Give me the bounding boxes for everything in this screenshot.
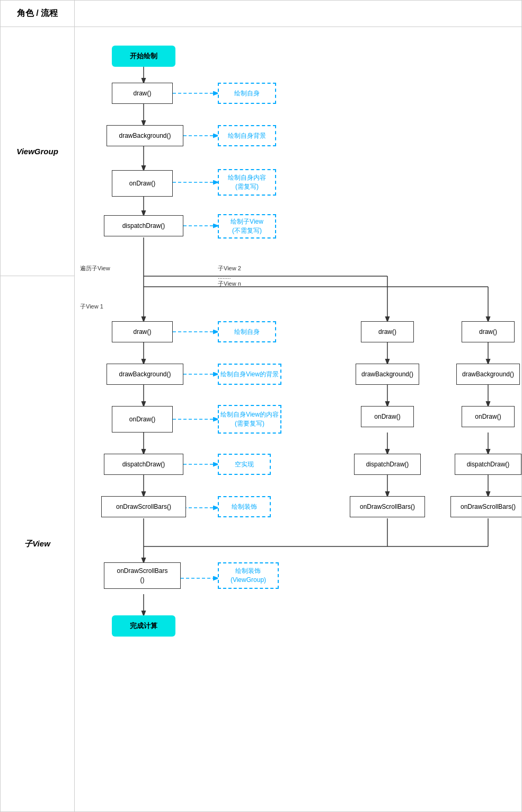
main-content: ViewGroup 子View bbox=[1, 27, 521, 811]
c1-drawbg-note: 绘制自身View的背景 bbox=[218, 364, 281, 385]
c1-drawbg-box: drawBackground() bbox=[107, 364, 183, 385]
c2-dispatchdraw-box: dispatchDraw() bbox=[354, 454, 421, 475]
vg-draw-note: 绘制自身 bbox=[218, 83, 276, 104]
vg-ondraw-box: onDraw() bbox=[112, 170, 173, 197]
child2-label: 子View 2 bbox=[218, 264, 241, 272]
cn-draw-box: draw() bbox=[462, 321, 515, 342]
c2-ondraw-box: onDraw() bbox=[361, 406, 414, 427]
diagram-container: 角色 / 流程 ViewGroup 子View bbox=[0, 0, 522, 812]
c1-ondraw-note: 绘制自身View的内容 (需要复写) bbox=[218, 405, 281, 434]
c2-drawbg-box: drawBackground() bbox=[356, 364, 419, 385]
label-col: ViewGroup 子View bbox=[1, 27, 75, 811]
cn-dispatchdraw-box: dispatchDraw() bbox=[455, 454, 521, 475]
c1-onDrawScrollBars-box: onDrawScrollBars() bbox=[101, 496, 186, 517]
vg-dispatchdraw-note: 绘制子View (不需复写) bbox=[218, 214, 276, 239]
flow-area: 开始绘制 draw() 绘制自身 drawBackground() 绘制自身背景… bbox=[75, 27, 521, 811]
c1-ondraw-box: onDraw() bbox=[112, 406, 173, 433]
c1-draw-box: draw() bbox=[112, 321, 173, 342]
childN-label: ........ 子View n bbox=[218, 273, 241, 288]
child1-label: 子View 1 bbox=[80, 303, 103, 311]
header-row: 角色 / 流程 bbox=[1, 1, 521, 27]
finish-box: 完成计算 bbox=[112, 615, 175, 637]
cn-onDrawScrollBars-box: onDrawScrollBars() bbox=[450, 496, 521, 517]
vg-ondraw-note: 绘制自身内容 (需复写) bbox=[218, 169, 276, 196]
vg-final-scrollbars-note: 绘制装饰 (ViewGroup) bbox=[218, 562, 279, 589]
cn-drawbg-box: drawBackground() bbox=[456, 364, 520, 385]
vg-dispatchdraw-box: dispatchDraw() bbox=[104, 215, 183, 236]
traverse-label: 遍历子View bbox=[80, 264, 110, 272]
vg-drawbg-box: drawBackground() bbox=[107, 125, 183, 146]
c2-onDrawScrollBars-box: onDrawScrollBars() bbox=[350, 496, 425, 517]
header-role-label: 角色 / 流程 bbox=[1, 1, 75, 27]
cn-ondraw-box: onDraw() bbox=[462, 406, 515, 427]
c1-onDrawScrollBars-note: 绘制装饰 bbox=[218, 496, 271, 517]
c1-dispatchdraw-note: 空实现 bbox=[218, 454, 271, 475]
c2-draw-box: draw() bbox=[361, 321, 414, 342]
vg-final-scrollbars-box: onDrawScrollBars () bbox=[104, 562, 181, 589]
viewgroup-label: ViewGroup bbox=[1, 27, 74, 276]
start-box: 开始绘制 bbox=[112, 46, 175, 67]
childview-label: 子View bbox=[1, 276, 74, 811]
c1-dispatchdraw-box: dispatchDraw() bbox=[104, 454, 183, 475]
c1-draw-note: 绘制自身 bbox=[218, 321, 276, 342]
vg-draw-box: draw() bbox=[112, 83, 173, 104]
vg-drawbg-note: 绘制自身背景 bbox=[218, 125, 276, 146]
